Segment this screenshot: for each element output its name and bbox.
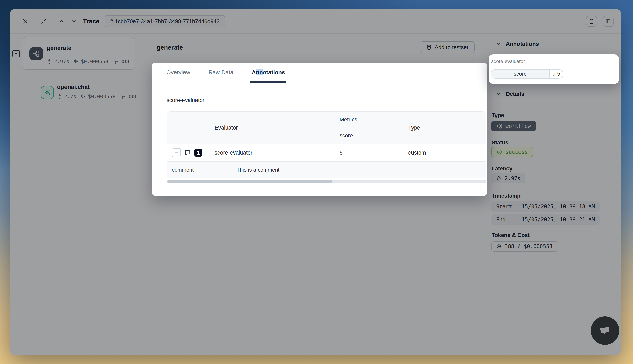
trace-modal: Trace # 1cbb70e7-34a1-7bb7-3498-771b7d46…	[10, 9, 621, 355]
table-header-row: Evaluator Metrics score Type	[167, 112, 486, 144]
annotations-table: Evaluator Metrics score Type 1 score-eva…	[167, 112, 486, 178]
comment-row: comment This is a comment	[167, 162, 486, 178]
tab-raw-data[interactable]: Raw Data	[204, 62, 238, 82]
comment-value-cell: This is a comment	[229, 162, 486, 178]
horizontal-scrollbar-track[interactable]	[167, 180, 486, 184]
type-header-cell: Type	[403, 112, 486, 144]
comment-label-cell: comment	[167, 162, 229, 178]
comment-icon	[184, 149, 191, 156]
horizontal-scrollbar-thumb[interactable]	[168, 180, 332, 183]
popover-evaluator-label: score-evaluator	[491, 58, 525, 64]
tab-overview[interactable]: Overview	[162, 62, 195, 82]
row-actions-cell: 1	[167, 144, 210, 162]
metric-name[interactable]: score	[491, 70, 550, 78]
tab-bar: Overview Raw Data Annotations	[152, 63, 487, 82]
tab-annotations[interactable]: Annotations	[247, 62, 290, 82]
annotations-popover: score-evaluator score μ 5	[488, 54, 619, 84]
metric-mean-value: μ 5	[550, 70, 563, 78]
actions-header-cell	[167, 112, 210, 144]
score-metric-chip[interactable]: score μ 5	[491, 69, 564, 79]
type-cell: custom	[403, 144, 486, 162]
metrics-header-cell: Metrics score	[333, 112, 403, 144]
tab-label: Annotations	[252, 69, 285, 76]
span-detail-panel: Overview Raw Data Annotations score-eval…	[152, 63, 487, 196]
evaluator-section-title: score-evaluator	[166, 97, 204, 104]
text-selection: nn	[256, 69, 263, 76]
comment-count-badge: 1	[194, 149, 202, 157]
comment-button[interactable]	[184, 149, 191, 156]
table-row[interactable]: 1 score-evaluator 5 custom	[167, 144, 486, 162]
tab-label: Raw Data	[208, 69, 234, 76]
score-cell: 5	[333, 144, 403, 162]
metrics-header-label: Metrics	[333, 112, 403, 128]
evaluator-header-cell: Evaluator	[210, 112, 333, 144]
evaluator-cell: score-evaluator	[210, 144, 333, 162]
tab-label: Overview	[166, 69, 190, 76]
minus-icon	[174, 150, 179, 155]
metric-name-label: score	[333, 128, 403, 144]
collapse-row-button[interactable]	[172, 148, 181, 157]
